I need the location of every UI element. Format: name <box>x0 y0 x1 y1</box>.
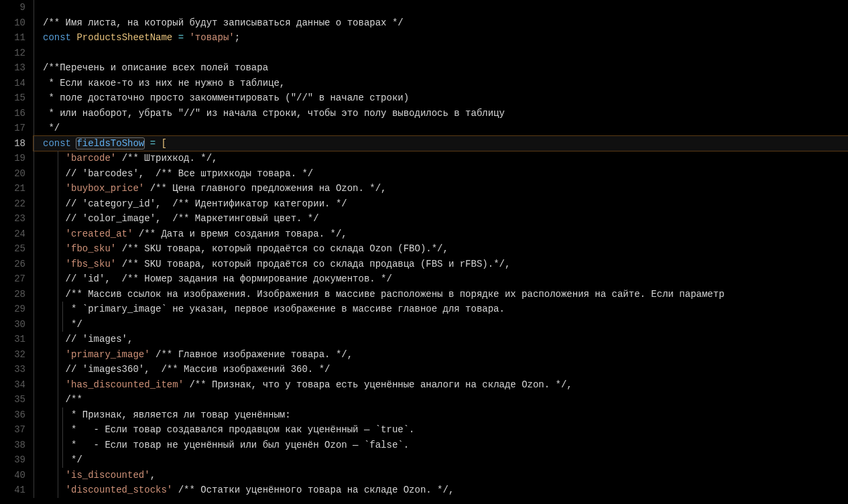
code-line[interactable]: 9 <box>0 0 848 15</box>
line-content[interactable]: // 'images', <box>34 332 848 347</box>
code-line[interactable]: 10/** Имя листа, на который будут записы… <box>0 15 848 31</box>
line-content[interactable]: * - Если товар создавался продавцом как … <box>34 422 848 438</box>
line-number[interactable]: 33 <box>0 362 34 377</box>
code-line[interactable]: 29 * `primary_image` не указан, первое и… <box>0 302 848 317</box>
line-content[interactable]: 'buybox_price' /** Цена главного предлож… <box>34 181 848 196</box>
code-line[interactable]: 35 /** <box>0 392 848 407</box>
line-number[interactable]: 15 <box>0 90 34 106</box>
code-line[interactable]: 11const ProductsSheetName = 'товары'; <box>0 30 848 46</box>
line-number[interactable]: 26 <box>0 257 34 272</box>
line-number[interactable]: 30 <box>0 317 34 332</box>
line-content[interactable]: /** <box>34 392 848 407</box>
line-number[interactable]: 18 <box>0 136 34 151</box>
code-line[interactable]: 14 * Если какое-то из них не нужно в таб… <box>0 76 848 91</box>
line-number[interactable]: 27 <box>0 271 34 287</box>
code-line[interactable]: 16 * или наоборот, убрать "//" из начала… <box>0 106 848 121</box>
line-content[interactable]: 'barcode' /** Штрихкод. */, <box>34 151 848 166</box>
line-content[interactable]: // 'images360', /** Массив изображений 3… <box>34 362 848 377</box>
highlighted-symbol[interactable]: fieldsToShow <box>76 138 144 149</box>
line-content[interactable]: * `primary_image` не указан, первое изоб… <box>34 302 848 317</box>
line-number[interactable]: 20 <box>0 166 34 182</box>
code-line[interactable]: 21 'buybox_price' /** Цена главного пред… <box>0 181 848 196</box>
line-content[interactable]: * Если какое-то из них не нужно в таблиц… <box>34 76 848 91</box>
code-line[interactable]: 26 'fbs_sku' /** SKU товара, который про… <box>0 257 848 272</box>
line-content[interactable]: 'has_discounted_item' /** Признак, что у… <box>34 377 848 393</box>
line-number[interactable]: 28 <box>0 287 34 302</box>
code-line[interactable]: 13/**Перечень и описание всех полей това… <box>0 60 848 76</box>
line-content[interactable]: const fieldsToShow = [ <box>34 136 848 151</box>
line-content[interactable]: /** Массив ссылок на изображения. Изобра… <box>34 287 848 302</box>
line-number[interactable]: 31 <box>0 332 34 347</box>
line-content[interactable]: */ <box>34 121 848 136</box>
code-line[interactable]: 20 // 'barcodes', /** Все штрихкоды това… <box>0 166 848 182</box>
line-number[interactable]: 34 <box>0 377 34 393</box>
line-content[interactable]: // 'category_id', /** Идентификатор кате… <box>34 196 848 212</box>
line-content[interactable]: * или наоборот, убрать "//" из начала ст… <box>34 106 848 121</box>
code-line[interactable]: 41 'discounted_stocks' /** Остатки уценё… <box>0 483 848 498</box>
line-content[interactable]: 'discounted_stocks' /** Остатки уценённо… <box>34 483 848 498</box>
code-line[interactable]: 32 'primary_image' /** Главное изображен… <box>0 347 848 363</box>
code-line[interactable]: 18const fieldsToShow = [ <box>0 136 848 151</box>
code-line[interactable]: 28 /** Массив ссылок на изображения. Изо… <box>0 287 848 302</box>
line-content[interactable]: // 'color_image', /** Маркетинговый цвет… <box>34 211 848 227</box>
line-number[interactable]: 16 <box>0 106 34 121</box>
code-line[interactable]: 31 // 'images', <box>0 332 848 347</box>
line-content[interactable]: // 'barcodes', /** Все штрихкоды товара.… <box>34 166 848 182</box>
line-content[interactable]: 'is_discounted', <box>34 468 848 483</box>
line-number[interactable]: 29 <box>0 302 34 317</box>
line-content[interactable] <box>34 46 848 61</box>
code-line[interactable]: 34 'has_discounted_item' /** Признак, чт… <box>0 377 848 393</box>
line-number[interactable]: 11 <box>0 30 34 46</box>
code-line[interactable]: 19 'barcode' /** Штрихкод. */, <box>0 151 848 166</box>
line-content[interactable] <box>34 0 848 15</box>
line-content[interactable]: 'fbs_sku' /** SKU товара, который продаё… <box>34 257 848 272</box>
line-number[interactable]: 12 <box>0 46 34 61</box>
code-line[interactable]: 36 * Признак, является ли товар уценённы… <box>0 407 848 423</box>
line-number[interactable]: 36 <box>0 407 34 423</box>
code-line[interactable]: 17 */ <box>0 121 848 136</box>
line-content[interactable]: // 'id', /** Номер задания на формирован… <box>34 271 848 287</box>
code-editor[interactable]: 910/** Имя листа, на который будут запис… <box>0 0 848 504</box>
code-line[interactable]: 37 * - Если товар создавался продавцом к… <box>0 422 848 438</box>
line-number[interactable]: 32 <box>0 347 34 363</box>
line-number[interactable]: 24 <box>0 227 34 242</box>
line-number[interactable]: 23 <box>0 211 34 227</box>
line-content[interactable]: * Признак, является ли товар уценённым: <box>34 407 848 423</box>
code-line[interactable]: 24 'created_at' /** Дата и время создани… <box>0 227 848 242</box>
line-content[interactable]: */ <box>34 317 848 332</box>
line-number[interactable]: 37 <box>0 422 34 438</box>
line-content[interactable]: 'primary_image' /** Главное изображение … <box>34 347 848 363</box>
code-line[interactable]: 38 * - Если товар не уценённый или был у… <box>0 438 848 453</box>
line-number[interactable]: 41 <box>0 483 34 498</box>
line-content[interactable]: */ <box>34 452 848 468</box>
line-number[interactable]: 14 <box>0 76 34 91</box>
code-line[interactable]: 27 // 'id', /** Номер задания на формиро… <box>0 271 848 287</box>
line-number[interactable]: 13 <box>0 60 34 76</box>
code-line[interactable]: 40 'is_discounted', <box>0 468 848 483</box>
code-line[interactable]: 22 // 'category_id', /** Идентификатор к… <box>0 196 848 212</box>
line-number[interactable]: 10 <box>0 15 34 31</box>
line-content[interactable]: 'created_at' /** Дата и время создания т… <box>34 227 848 242</box>
line-number[interactable]: 19 <box>0 151 34 166</box>
line-content[interactable]: * - Если товар не уценённый или был уцен… <box>34 438 848 453</box>
line-content[interactable]: * поле достаточно просто закомментироват… <box>34 90 848 106</box>
code-line[interactable]: 30 */ <box>0 317 848 332</box>
line-content[interactable]: 'fbo_sku' /** SKU товара, который продаё… <box>34 241 848 257</box>
line-content[interactable]: /** Имя листа, на который будут записыва… <box>34 15 848 31</box>
code-line[interactable]: 23 // 'color_image', /** Маркетинговый ц… <box>0 211 848 227</box>
line-number[interactable]: 39 <box>0 452 34 468</box>
line-number[interactable]: 21 <box>0 181 34 196</box>
line-content[interactable]: /**Перечень и описание всех полей товара <box>34 60 848 76</box>
line-number[interactable]: 35 <box>0 392 34 407</box>
line-number[interactable]: 40 <box>0 468 34 483</box>
code-line[interactable]: 33 // 'images360', /** Массив изображени… <box>0 362 848 377</box>
code-line[interactable]: 25 'fbo_sku' /** SKU товара, который про… <box>0 241 848 257</box>
line-content[interactable]: const ProductsSheetName = 'товары'; <box>34 30 848 46</box>
line-number[interactable]: 38 <box>0 438 34 453</box>
line-number[interactable]: 25 <box>0 241 34 257</box>
line-number[interactable]: 9 <box>0 0 34 15</box>
line-number[interactable]: 22 <box>0 196 34 212</box>
code-line[interactable]: 15 * поле достаточно просто закомментиро… <box>0 90 848 106</box>
code-line[interactable]: 39 */ <box>0 452 848 468</box>
code-line[interactable]: 12 <box>0 46 848 61</box>
